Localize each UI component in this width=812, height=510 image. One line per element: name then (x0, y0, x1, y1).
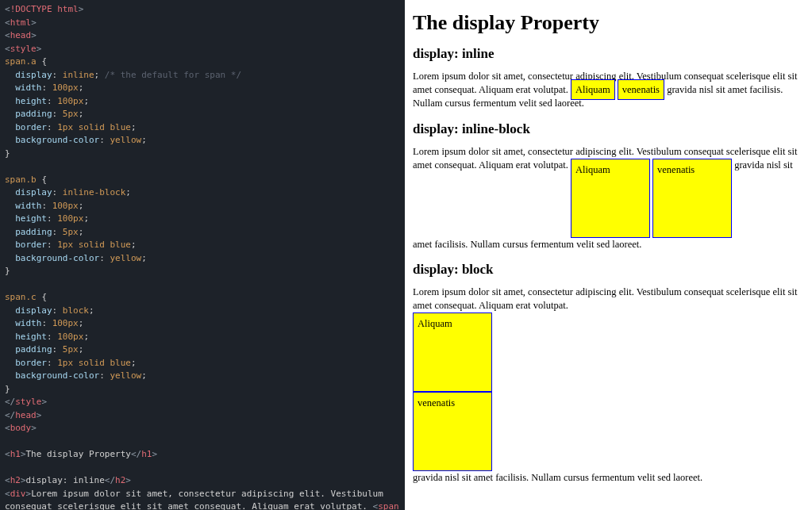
preview-heading: The display Property (413, 11, 804, 35)
code-line: } (5, 265, 400, 278)
preview-pane: The display Property display: inline Lor… (405, 0, 812, 510)
code-line: display: block; (5, 305, 400, 318)
code-line: } (5, 148, 400, 161)
code-line (5, 462, 400, 475)
preview-paragraph-block: Lorem ipsum dolor sit amet, consectetur … (413, 286, 804, 485)
code-line: } (5, 383, 400, 397)
code-line: display: inline; /* the default for span… (5, 69, 400, 82)
code-line: height: 100px; (5, 331, 400, 344)
code-line: border: 1px solid blue; (5, 357, 400, 370)
code-line: span.b { (5, 174, 400, 187)
preview-subheading-inlineblock: display: inline-block (413, 121, 804, 137)
code-line: height: 100px; (5, 95, 400, 109)
code-line: <body> (5, 422, 400, 435)
code-line (5, 435, 400, 449)
code-line: <div>Lorem ipsum dolor sit amet, consect… (5, 488, 400, 511)
code-line: padding: 5px; (5, 108, 400, 121)
code-line: border: 1px solid blue; (5, 121, 400, 135)
code-line: <html> (5, 17, 400, 30)
code-line: display: inline-block; (5, 186, 400, 200)
code-line: width: 100px; (5, 200, 400, 213)
demo-span-block: Aliquam (413, 313, 492, 392)
code-line: <h1>The display Property</h1> (5, 448, 400, 462)
code-line: padding: 5px; (5, 226, 400, 240)
code-line: <!DOCTYPE html> (5, 3, 400, 17)
demo-span-inlineblock: Aliquam (571, 159, 650, 238)
code-line (5, 278, 400, 292)
code-line (5, 160, 400, 174)
code-line: <style> (5, 43, 400, 56)
code-line: width: 100px; (5, 82, 400, 95)
code-line: background-color: yellow; (5, 370, 400, 383)
preview-subheading-inline: display: inline (413, 46, 804, 62)
code-line: padding: 5px; (5, 343, 400, 357)
code-editor-pane[interactable]: <!DOCTYPE html> <html> <head> <style> sp… (0, 0, 405, 510)
preview-subheading-block: display: block (413, 262, 804, 278)
demo-span-inline: venenatis (618, 79, 664, 100)
para-text: gravida nisl sit amet facilisis. Nullam … (413, 472, 702, 483)
demo-span-block: venenatis (413, 392, 492, 471)
code-line: width: 100px; (5, 317, 400, 331)
preview-paragraph-inline: Lorem ipsum dolor sit amet, consectetur … (413, 70, 804, 110)
para-text: Lorem ipsum dolor sit amet, consectetur … (413, 286, 797, 311)
code-line: <head> (5, 29, 400, 43)
demo-span-inlineblock: venenatis (652, 159, 732, 238)
code-line: </style> (5, 396, 400, 409)
code-line: background-color: yellow; (5, 134, 400, 148)
code-line: border: 1px solid blue; (5, 239, 400, 252)
code-line: <h2>display: inline</h2> (5, 474, 400, 488)
code-line: height: 100px; (5, 213, 400, 226)
preview-paragraph-inlineblock: Lorem ipsum dolor sit amet, consectetur … (413, 145, 804, 251)
code-line: span.a { (5, 56, 400, 69)
code-line: span.c { (5, 291, 400, 305)
code-line: background-color: yellow; (5, 252, 400, 266)
code-line: </head> (5, 409, 400, 423)
